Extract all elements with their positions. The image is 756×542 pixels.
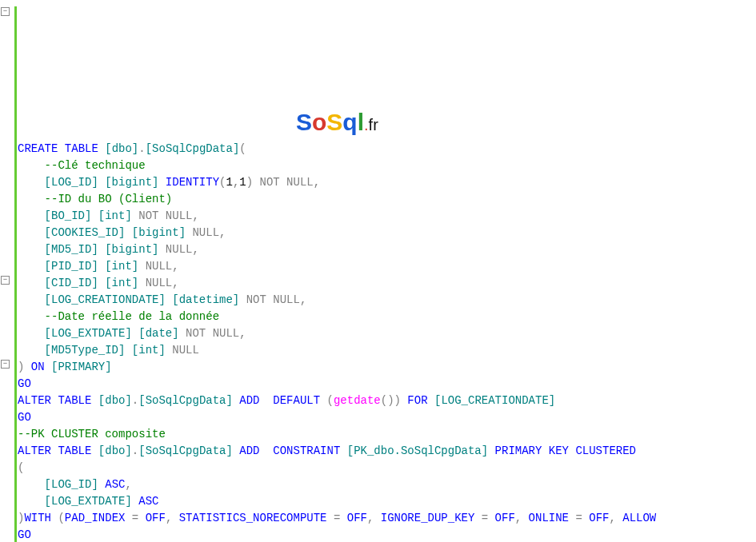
fold-minus-icon[interactable]: − [1, 360, 10, 369]
fold-minus-icon[interactable]: − [1, 276, 10, 285]
sql-code-block: CREATE TABLE [dbo].[SoSqlCpgData]( --Clé… [18, 141, 756, 542]
fold-minus-icon[interactable]: − [1, 7, 10, 16]
code-gutter: − − − [0, 6, 17, 542]
sosql-logo: SoSql.fr [296, 104, 378, 140]
